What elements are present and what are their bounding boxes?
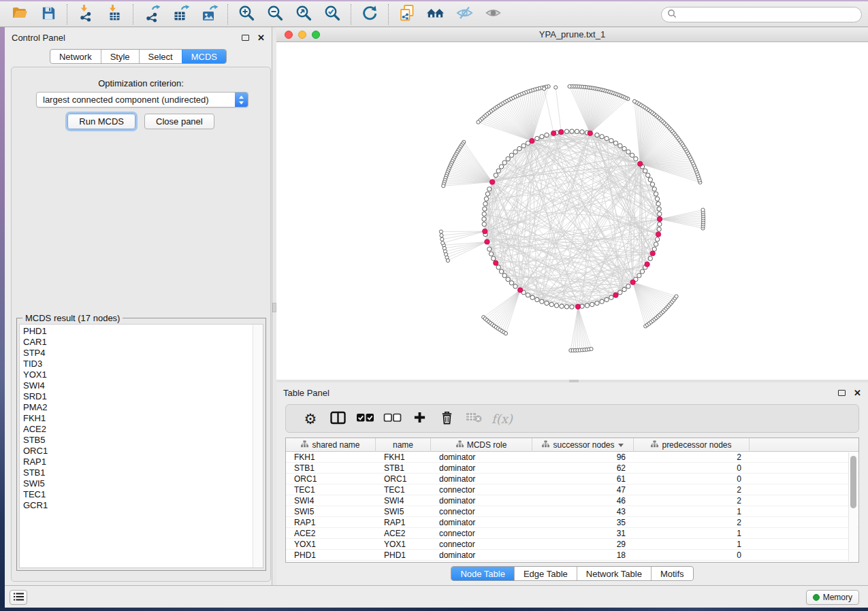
tab-mcds[interactable]: MCDS — [182, 50, 226, 63]
table-cell[interactable]: STB1 — [376, 463, 431, 473]
table-cell[interactable]: STB1 — [286, 463, 376, 473]
table-cell[interactable]: SWI4 — [286, 496, 376, 506]
table-cell[interactable]: TEC1 — [376, 485, 431, 495]
node-table-row[interactable]: RAP1RAP1dominator352 — [286, 517, 858, 528]
search-input[interactable] — [681, 9, 856, 20]
table-cell[interactable]: 0 — [634, 550, 750, 560]
node-table-row[interactable]: YOX1YOX1connector291 — [286, 539, 858, 550]
table-cell[interactable]: PHD1 — [376, 550, 431, 560]
table-cell[interactable]: 1 — [634, 507, 750, 516]
duplicate-network-button[interactable] — [396, 3, 419, 25]
table-settings-button[interactable]: ⚙ — [297, 407, 324, 430]
mcds-result-item[interactable]: TID3 — [23, 359, 253, 369]
node-table-row[interactable]: SWI4SWI4dominator462 — [286, 495, 858, 506]
show-columns-button[interactable] — [324, 407, 351, 430]
close-panel-icon[interactable]: ✕ — [854, 389, 861, 397]
node-table-row[interactable]: FKH1FKH1dominator962 — [286, 452, 858, 463]
table-cell[interactable]: 0 — [634, 463, 750, 473]
table-cell[interactable]: dominator — [431, 518, 532, 527]
column-header-successor-nodes[interactable]: successor nodes — [532, 438, 634, 452]
export-table-button[interactable] — [169, 3, 192, 25]
table-cell[interactable]: FKH1 — [376, 452, 431, 462]
table-cell[interactable]: ORC1 — [286, 474, 376, 484]
scrollbar-thumb[interactable] — [850, 456, 856, 508]
mcds-result-item[interactable]: RAP1 — [23, 457, 253, 467]
table-cell[interactable]: SWI4 — [376, 496, 431, 506]
mcds-result-item[interactable]: TEC1 — [23, 489, 253, 500]
close-panel-button[interactable]: Close panel — [144, 114, 214, 129]
table-cell[interactable]: YOX1 — [286, 540, 376, 549]
network-canvas[interactable] — [276, 42, 868, 380]
table-cell[interactable]: 1 — [634, 540, 750, 549]
table-cell[interactable]: 2 — [634, 485, 750, 495]
export-network-button[interactable] — [140, 3, 163, 25]
optimization-criterion-select[interactable]: largest connected component (undirected) — [36, 92, 248, 108]
table-scrollbar[interactable] — [848, 452, 858, 561]
mcds-result-item[interactable]: SWI5 — [23, 478, 253, 489]
table-cell[interactable]: 2 — [634, 452, 750, 462]
node-table-row[interactable]: TEC1TEC1connector472 — [286, 484, 858, 495]
memory-button[interactable]: Memory — [806, 590, 859, 605]
table-cell[interactable]: 43 — [532, 507, 634, 516]
tab-network[interactable]: Network — [50, 50, 101, 63]
open-session-button[interactable] — [8, 3, 31, 25]
run-mcds-button[interactable]: Run MCDS — [67, 114, 135, 129]
first-neighbors-button[interactable] — [424, 3, 447, 25]
function-builder-button[interactable]: f(x) — [487, 407, 517, 430]
column-header-MCDS-role[interactable]: MCDS role — [431, 438, 532, 452]
search-field[interactable] — [661, 7, 862, 22]
tab-style[interactable]: Style — [101, 50, 139, 63]
table-cell[interactable]: 62 — [532, 463, 634, 473]
table-cell[interactable]: FKH1 — [286, 452, 376, 462]
mcds-result-item[interactable]: SWI4 — [23, 380, 253, 391]
tab-motifs[interactable]: Motifs — [651, 567, 693, 580]
tab-edge-table[interactable]: Edge Table — [514, 567, 577, 580]
mcds-result-item[interactable]: CAR1 — [23, 337, 253, 348]
table-cell[interactable]: ACE2 — [376, 529, 431, 538]
column-header-predecessor-nodes[interactable]: predecessor nodes — [634, 438, 750, 452]
add-column-button[interactable] — [406, 407, 433, 430]
tab-select[interactable]: Select — [139, 50, 182, 63]
network-window-titlebar[interactable]: YPA_prune.txt_1 — [276, 27, 868, 42]
network-graph[interactable] — [276, 42, 868, 380]
mcds-result-item[interactable]: STB5 — [23, 435, 253, 446]
table-cell[interactable]: 35 — [532, 518, 634, 527]
mcds-result-item[interactable]: GCR1 — [23, 500, 253, 511]
table-cell[interactable]: 47 — [532, 485, 634, 495]
mcds-result-item[interactable]: STP4 — [23, 348, 253, 359]
table-cell[interactable]: RAP1 — [376, 518, 431, 527]
table-cell[interactable]: 31 — [532, 529, 634, 538]
node-table-row[interactable]: PHD1PHD1dominator180 — [286, 550, 858, 561]
zoom-selected-button[interactable] — [321, 3, 344, 25]
float-panel-icon[interactable] — [242, 35, 249, 41]
table-cell[interactable]: 29 — [532, 540, 634, 549]
mcds-result-item[interactable]: STB1 — [23, 467, 253, 478]
import-table-button[interactable] — [103, 3, 126, 25]
show-all-button[interactable] — [481, 3, 504, 25]
table-cell[interactable]: 2 — [634, 496, 750, 506]
table-cell[interactable]: dominator — [431, 550, 532, 560]
delete-table-button[interactable] — [460, 407, 487, 430]
table-cell[interactable]: RAP1 — [286, 518, 376, 527]
table-cell[interactable]: 61 — [532, 474, 634, 484]
deselect-all-button[interactable] — [379, 407, 406, 430]
save-session-button[interactable] — [37, 3, 60, 25]
close-panel-icon[interactable]: ✕ — [257, 33, 265, 42]
table-cell[interactable]: SWI5 — [286, 507, 376, 516]
table-cell[interactable]: TEC1 — [286, 485, 376, 495]
table-cell[interactable]: 2 — [634, 518, 750, 527]
table-cell[interactable]: connector — [431, 485, 532, 495]
table-cell[interactable]: 96 — [532, 452, 634, 462]
table-cell[interactable]: dominator — [431, 474, 532, 484]
table-cell[interactable]: 18 — [532, 550, 634, 560]
table-cell[interactable]: PHD1 — [286, 550, 376, 560]
mcds-result-item[interactable]: PMA2 — [23, 402, 253, 413]
tab-node-table[interactable]: Node Table — [451, 567, 514, 580]
select-all-button[interactable] — [351, 407, 379, 430]
import-network-button[interactable] — [74, 3, 97, 25]
zoom-out-button[interactable] — [263, 3, 287, 25]
result-list-scrollbar[interactable] — [253, 325, 263, 567]
node-table-row[interactable]: ORC1ORC1dominator610 — [286, 474, 858, 484]
table-cell[interactable]: connector — [431, 540, 532, 549]
mcds-result-item[interactable]: ORC1 — [23, 446, 253, 457]
